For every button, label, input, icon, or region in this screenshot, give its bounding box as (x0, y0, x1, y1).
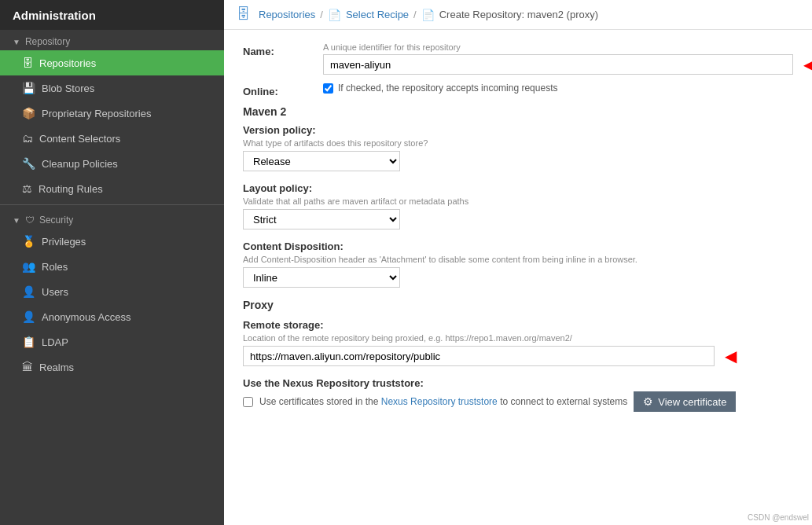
version-policy-hint: What type of artifacts does this reposit… (243, 138, 793, 148)
content-disposition-label: Content Disposition: (243, 240, 793, 252)
remote-storage-group: Remote storage: Location of the remote r… (243, 319, 793, 366)
sidebar-section-repository[interactable]: ▼ Repository (0, 30, 224, 50)
remote-storage-input[interactable] (243, 346, 715, 366)
sidebar-item-anonymous-access[interactable]: 👤 Anonymous Access (0, 304, 224, 329)
sidebar-section-security[interactable]: ▼ 🛡 Security (0, 208, 224, 229)
version-policy-group: Version policy: What type of artifacts d… (243, 124, 793, 171)
proxy-section: Proxy Remote storage: Location of the re… (243, 299, 793, 412)
content-disposition-select[interactable]: Inline Attachment (243, 267, 400, 288)
sidebar-item-label: Users (42, 286, 68, 298)
layout-policy-group: Layout policy: Validate that all paths a… (243, 182, 793, 229)
cleanup-icon: 🔧 (22, 157, 35, 170)
layout-policy-select[interactable]: Strict Permissive (243, 209, 400, 229)
truststore-row: Use certificates stored in the Nexus Rep… (243, 391, 793, 412)
online-checkbox-label: If checked, the repository accepts incom… (338, 83, 557, 94)
routing-icon: ⚖ (22, 182, 32, 195)
content-selectors-icon: 🗂 (22, 132, 33, 145)
breadcrumb-sep1: / (320, 9, 323, 20)
online-content: If checked, the repository accepts incom… (323, 83, 793, 94)
content-disposition-group: Content Disposition: Add Content-Disposi… (243, 240, 793, 288)
gear-icon: ⚙ (643, 395, 653, 408)
sidebar-item-label: Roles (42, 261, 68, 273)
view-certificate-button[interactable]: ⚙ View certificate (634, 391, 736, 412)
roles-icon: 👥 (22, 260, 35, 273)
breadcrumb-recipe-link[interactable]: Select Recipe (346, 9, 409, 20)
sidebar-item-ldap[interactable]: 📋 LDAP (0, 329, 224, 354)
name-input[interactable] (323, 54, 793, 75)
online-row: Online: If checked, the repository accep… (243, 83, 793, 97)
ldap-icon: 📋 (22, 336, 35, 348)
sidebar-item-label: Privileges (42, 236, 86, 248)
name-hint: A unique identifier for this repository (323, 42, 793, 52)
sidebar-item-label: Routing Rules (39, 183, 103, 195)
sidebar: Administration ▼ Repository 🗄 Repositori… (0, 0, 224, 525)
truststore-group: Use the Nexus Repository truststore: Use… (243, 377, 793, 412)
truststore-hint: Use certificates stored in the Nexus Rep… (259, 396, 627, 407)
security-section-icon: 🛡 (25, 215, 35, 226)
content-disposition-hint: Add Content-Disposition header as 'Attac… (243, 255, 793, 264)
online-checkbox[interactable] (323, 83, 333, 94)
sidebar-item-proprietary-repos[interactable]: 📦 Proprietary Repositories (0, 101, 224, 126)
online-label: Online: (243, 83, 314, 97)
breadcrumb-recipe-icon: 📄 (328, 9, 341, 21)
layout-policy-label: Layout policy: (243, 182, 793, 194)
remote-storage-input-wrapper: ◀ (243, 346, 715, 366)
sidebar-item-label: Cleanup Policies (42, 158, 118, 170)
sidebar-item-content-selectors[interactable]: 🗂 Content Selectors (0, 126, 224, 151)
remote-storage-label: Remote storage: (243, 319, 793, 331)
sidebar-header: Administration (0, 0, 224, 30)
blob-stores-icon: 💾 (22, 82, 35, 94)
name-content: A unique identifier for this repository … (323, 42, 793, 75)
sidebar-item-users[interactable]: 👤 Users (0, 279, 224, 304)
sidebar-item-repositories[interactable]: 🗄 Repositories (0, 50, 224, 75)
sidebar-title: Administration (13, 9, 96, 22)
users-icon: 👤 (22, 285, 35, 298)
content-area: Name: A unique identifier for this repos… (224, 30, 812, 525)
sidebar-item-label: Content Selectors (39, 133, 120, 145)
realms-icon: 🏛 (22, 361, 33, 373)
name-arrow-indicator: ◀ (803, 55, 812, 74)
remote-storage-hint: Location of the remote repository being … (243, 333, 793, 343)
sidebar-item-blob-stores[interactable]: 💾 Blob Stores (0, 75, 224, 101)
sidebar-item-label: Blob Stores (42, 83, 94, 94)
maven2-section-title: Maven 2 (243, 105, 793, 118)
sidebar-item-routing-rules[interactable]: ⚖ Routing Rules (0, 176, 224, 201)
sidebar-item-label: Proprietary Repositories (42, 108, 151, 119)
proxy-title: Proxy (243, 299, 793, 311)
arrow-icon: ▼ (13, 216, 20, 225)
version-policy-label: Version policy: (243, 124, 793, 136)
sidebar-item-realms[interactable]: 🏛 Realms (0, 354, 224, 380)
truststore-checkbox[interactable] (243, 397, 253, 407)
breadcrumb-repositories-link[interactable]: Repositories (259, 9, 315, 20)
breadcrumb: 🗄 Repositories / 📄 Select Recipe / 📄 Cre… (224, 0, 812, 30)
sidebar-item-privileges[interactable]: 🏅 Privileges (0, 229, 224, 254)
main-panel: 🗄 Repositories / 📄 Select Recipe / 📄 Cre… (224, 0, 812, 525)
repositories-icon: 🗄 (22, 57, 33, 69)
name-input-wrapper: ◀ (323, 54, 793, 75)
sidebar-item-label: LDAP (42, 336, 68, 348)
anonymous-icon: 👤 (22, 310, 35, 323)
version-policy-select[interactable]: Release Snapshot Mixed (243, 151, 400, 171)
truststore-link[interactable]: Nexus Repository truststore (381, 396, 498, 407)
watermark: CSDN @endswel (748, 513, 809, 522)
section-label: Repository (25, 36, 70, 47)
breadcrumb-sep2: / (413, 9, 417, 20)
name-row: Name: A unique identifier for this repos… (243, 42, 793, 75)
proprietary-icon: 📦 (22, 107, 35, 119)
breadcrumb-current-icon: 📄 (421, 9, 435, 21)
sidebar-item-cleanup-policies[interactable]: 🔧 Cleanup Policies (0, 151, 224, 176)
arrow-icon: ▼ (13, 38, 20, 46)
name-label: Name: (243, 42, 314, 57)
privileges-icon: 🏅 (22, 235, 35, 248)
section-label: Security (39, 215, 73, 226)
sidebar-item-roles[interactable]: 👥 Roles (0, 254, 224, 279)
divider (0, 204, 224, 205)
breadcrumb-current: Create Repository: maven2 (proxy) (439, 9, 598, 20)
breadcrumb-db-icon: 🗄 (237, 6, 251, 23)
layout-policy-hint: Validate that all paths are maven artifa… (243, 196, 793, 206)
sidebar-item-label: Anonymous Access (42, 311, 130, 323)
remote-arrow-indicator: ◀ (725, 347, 737, 365)
sidebar-item-label: Realms (39, 362, 74, 373)
online-checkbox-row: If checked, the repository accepts incom… (323, 83, 793, 94)
sidebar-item-label: Repositories (39, 57, 96, 69)
